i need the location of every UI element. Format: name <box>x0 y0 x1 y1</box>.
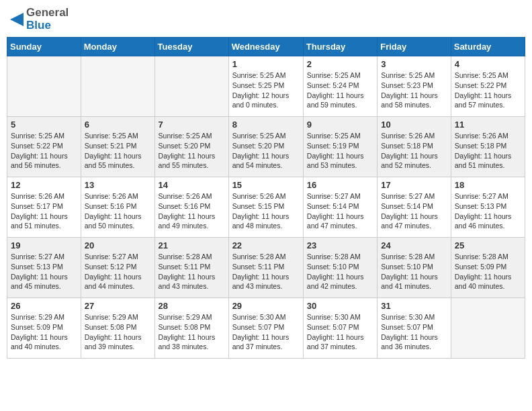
week-row-1: 1Sunrise: 5:25 AMSunset: 5:25 PMDaylight… <box>7 56 525 117</box>
day-cell: 23Sunrise: 5:28 AMSunset: 5:10 PMDayligh… <box>303 238 377 298</box>
day-number: 6 <box>85 120 151 130</box>
day-number: 9 <box>307 120 373 130</box>
week-row-5: 26Sunrise: 5:29 AMSunset: 5:09 PMDayligh… <box>7 298 525 359</box>
day-number: 17 <box>381 180 447 190</box>
day-number: 2 <box>307 59 373 69</box>
week-row-2: 5Sunrise: 5:25 AMSunset: 5:22 PMDaylight… <box>7 117 525 177</box>
day-info: Sunrise: 5:26 AMSunset: 5:18 PMDaylight:… <box>455 131 521 171</box>
day-number: 12 <box>11 180 77 190</box>
day-cell: 31Sunrise: 5:30 AMSunset: 5:07 PMDayligh… <box>378 298 451 359</box>
day-number: 31 <box>381 301 447 311</box>
day-info: Sunrise: 5:28 AMSunset: 5:11 PMDaylight:… <box>159 252 225 291</box>
day-cell: 2Sunrise: 5:25 AMSunset: 5:24 PMDaylight… <box>303 56 377 117</box>
day-cell: 14Sunrise: 5:26 AMSunset: 5:16 PMDayligh… <box>154 177 228 238</box>
day-header-tuesday: Tuesday <box>154 38 228 56</box>
day-cell: 6Sunrise: 5:25 AMSunset: 5:21 PMDaylight… <box>81 117 154 177</box>
day-header-wednesday: Wednesday <box>228 38 303 56</box>
day-cell: 10Sunrise: 5:26 AMSunset: 5:18 PMDayligh… <box>378 117 451 177</box>
day-number: 21 <box>159 240 225 250</box>
day-number: 22 <box>232 240 300 250</box>
calendar: SundayMondayTuesdayWednesdayThursdayFrid… <box>7 37 525 359</box>
day-info: Sunrise: 5:25 AMSunset: 5:24 PMDaylight:… <box>307 71 373 110</box>
day-cell: 26Sunrise: 5:29 AMSunset: 5:09 PMDayligh… <box>7 298 81 359</box>
day-number: 29 <box>232 301 300 311</box>
logo-bird-icon <box>10 7 24 32</box>
day-cell: 13Sunrise: 5:26 AMSunset: 5:16 PMDayligh… <box>81 177 154 238</box>
day-number: 8 <box>232 120 300 130</box>
day-info: Sunrise: 5:26 AMSunset: 5:16 PMDaylight:… <box>85 191 151 231</box>
day-number: 13 <box>85 180 151 190</box>
day-cell: 15Sunrise: 5:26 AMSunset: 5:15 PMDayligh… <box>228 177 303 238</box>
day-info: Sunrise: 5:25 AMSunset: 5:19 PMDaylight:… <box>307 131 373 171</box>
day-number: 7 <box>159 120 225 130</box>
day-number: 25 <box>455 240 521 250</box>
page-header: General Blue <box>7 7 525 32</box>
day-cell: 21Sunrise: 5:28 AMSunset: 5:11 PMDayligh… <box>154 238 228 298</box>
day-info: Sunrise: 5:27 AMSunset: 5:14 PMDaylight:… <box>307 191 373 231</box>
day-info: Sunrise: 5:28 AMSunset: 5:10 PMDaylight:… <box>307 252 373 291</box>
day-cell: 11Sunrise: 5:26 AMSunset: 5:18 PMDayligh… <box>451 117 525 177</box>
day-number: 26 <box>11 301 77 311</box>
day-cell: 1Sunrise: 5:25 AMSunset: 5:25 PMDaylight… <box>228 56 303 117</box>
day-number: 30 <box>307 301 373 311</box>
day-cell: 17Sunrise: 5:27 AMSunset: 5:14 PMDayligh… <box>378 177 451 238</box>
day-info: Sunrise: 5:25 AMSunset: 5:22 PMDaylight:… <box>11 131 77 171</box>
day-number: 4 <box>455 59 521 69</box>
day-cell <box>81 56 154 117</box>
day-info: Sunrise: 5:25 AMSunset: 5:23 PMDaylight:… <box>381 71 447 110</box>
day-number: 16 <box>307 180 373 190</box>
day-info: Sunrise: 5:27 AMSunset: 5:13 PMDaylight:… <box>11 252 77 291</box>
day-cell: 12Sunrise: 5:26 AMSunset: 5:17 PMDayligh… <box>7 177 81 238</box>
day-cell <box>154 56 228 117</box>
day-info: Sunrise: 5:25 AMSunset: 5:22 PMDaylight:… <box>455 71 521 110</box>
day-cell: 9Sunrise: 5:25 AMSunset: 5:19 PMDaylight… <box>303 117 377 177</box>
day-number: 15 <box>232 180 300 190</box>
day-cell <box>451 298 525 359</box>
day-cell: 30Sunrise: 5:30 AMSunset: 5:07 PMDayligh… <box>303 298 377 359</box>
day-cell: 25Sunrise: 5:28 AMSunset: 5:09 PMDayligh… <box>451 238 525 298</box>
day-cell: 24Sunrise: 5:28 AMSunset: 5:10 PMDayligh… <box>378 238 451 298</box>
day-info: Sunrise: 5:27 AMSunset: 5:14 PMDaylight:… <box>381 191 447 231</box>
day-info: Sunrise: 5:26 AMSunset: 5:18 PMDaylight:… <box>381 131 447 171</box>
day-number: 11 <box>455 120 521 130</box>
day-header-sunday: Sunday <box>7 38 81 56</box>
day-cell: 27Sunrise: 5:29 AMSunset: 5:08 PMDayligh… <box>81 298 154 359</box>
day-number: 14 <box>159 180 225 190</box>
svg-marker-0 <box>10 13 24 26</box>
day-cell: 7Sunrise: 5:25 AMSunset: 5:20 PMDaylight… <box>154 117 228 177</box>
day-info: Sunrise: 5:29 AMSunset: 5:08 PMDaylight:… <box>159 312 225 352</box>
days-header-row: SundayMondayTuesdayWednesdayThursdayFrid… <box>7 38 525 56</box>
day-info: Sunrise: 5:25 AMSunset: 5:25 PMDaylight:… <box>232 71 300 110</box>
day-info: Sunrise: 5:26 AMSunset: 5:15 PMDaylight:… <box>232 191 300 231</box>
day-info: Sunrise: 5:28 AMSunset: 5:11 PMDaylight:… <box>232 252 300 291</box>
day-info: Sunrise: 5:29 AMSunset: 5:09 PMDaylight:… <box>11 312 77 352</box>
week-row-4: 19Sunrise: 5:27 AMSunset: 5:13 PMDayligh… <box>7 238 525 298</box>
day-number: 18 <box>455 180 521 190</box>
day-info: Sunrise: 5:27 AMSunset: 5:12 PMDaylight:… <box>85 252 151 291</box>
day-info: Sunrise: 5:30 AMSunset: 5:07 PMDaylight:… <box>381 312 447 352</box>
day-cell: 5Sunrise: 5:25 AMSunset: 5:22 PMDaylight… <box>7 117 81 177</box>
day-info: Sunrise: 5:25 AMSunset: 5:21 PMDaylight:… <box>85 131 151 171</box>
day-info: Sunrise: 5:28 AMSunset: 5:09 PMDaylight:… <box>455 252 521 291</box>
day-info: Sunrise: 5:26 AMSunset: 5:16 PMDaylight:… <box>159 191 225 231</box>
day-info: Sunrise: 5:25 AMSunset: 5:20 PMDaylight:… <box>159 131 225 171</box>
day-header-monday: Monday <box>81 38 154 56</box>
day-cell: 22Sunrise: 5:28 AMSunset: 5:11 PMDayligh… <box>228 238 303 298</box>
day-cell: 20Sunrise: 5:27 AMSunset: 5:12 PMDayligh… <box>81 238 154 298</box>
day-info: Sunrise: 5:30 AMSunset: 5:07 PMDaylight:… <box>307 312 373 352</box>
day-number: 5 <box>11 120 77 130</box>
logo-text: General Blue <box>26 7 69 32</box>
day-number: 3 <box>381 59 447 69</box>
day-cell: 18Sunrise: 5:27 AMSunset: 5:13 PMDayligh… <box>451 177 525 238</box>
day-info: Sunrise: 5:30 AMSunset: 5:07 PMDaylight:… <box>232 312 300 352</box>
day-cell: 28Sunrise: 5:29 AMSunset: 5:08 PMDayligh… <box>154 298 228 359</box>
day-number: 24 <box>381 240 447 250</box>
day-number: 19 <box>11 240 77 250</box>
day-number: 20 <box>85 240 151 250</box>
day-header-thursday: Thursday <box>303 38 377 56</box>
day-cell: 16Sunrise: 5:27 AMSunset: 5:14 PMDayligh… <box>303 177 377 238</box>
day-cell <box>7 56 81 117</box>
day-info: Sunrise: 5:27 AMSunset: 5:13 PMDaylight:… <box>455 191 521 231</box>
day-info: Sunrise: 5:25 AMSunset: 5:20 PMDaylight:… <box>232 131 300 171</box>
day-cell: 29Sunrise: 5:30 AMSunset: 5:07 PMDayligh… <box>228 298 303 359</box>
